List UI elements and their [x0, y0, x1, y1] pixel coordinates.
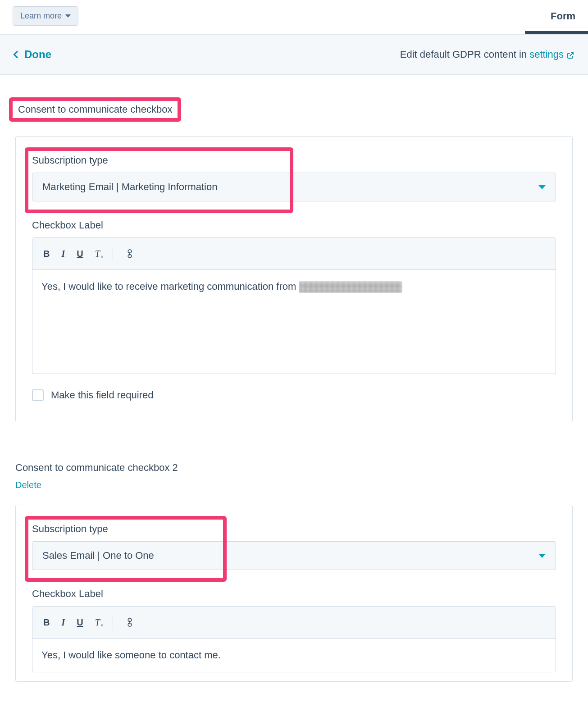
caret-down-icon: [65, 14, 71, 18]
settings-link[interactable]: settings: [529, 49, 574, 60]
clear-format-button[interactable]: T: [95, 618, 100, 627]
learn-more-label: Learn more: [20, 11, 62, 21]
external-link-icon: [566, 50, 574, 59]
form-tab-text: Form: [551, 10, 575, 22]
subscription-type-label-2: Subscription type: [32, 523, 556, 535]
gdpr-prefix: Edit default GDPR content in: [400, 49, 529, 60]
caret-down-icon: [538, 554, 546, 558]
checkbox-label-text-2: Yes, I would like someone to contact me.: [41, 649, 221, 661]
chevron-left-icon: [14, 51, 21, 59]
subheader: Done Edit default GDPR content in settin…: [0, 35, 588, 75]
page-body: Consent to communicate checkbox Subscrip…: [0, 75, 588, 700]
subscription-type-label-1: Subscription type: [32, 155, 556, 166]
link-button[interactable]: [126, 249, 134, 259]
settings-link-label: settings: [529, 49, 564, 60]
section1-title: Consent to communicate checkbox: [18, 104, 172, 115]
italic-button[interactable]: I: [61, 249, 65, 258]
checkbox-label-heading-2: Checkbox Label: [32, 588, 556, 600]
form-tab-underline: [525, 31, 588, 34]
required-label-1: Make this field required: [51, 389, 153, 401]
rte-toolbar-1: B I U T: [32, 238, 556, 270]
done-link[interactable]: Done: [14, 48, 51, 61]
rte-body-2[interactable]: Yes, I would like someone to contact me.: [32, 639, 556, 672]
done-label: Done: [24, 48, 51, 61]
consent-panel-2: Subscription type Sales Email | One to O…: [15, 505, 573, 682]
rich-text-editor-1: B I U T Yes, I would like to receive mar…: [32, 237, 556, 374]
redacted-text: [299, 281, 402, 293]
rte-toolbar-2: B I U T: [32, 607, 556, 639]
toolbar-separator: [113, 246, 113, 261]
link-button[interactable]: [126, 617, 134, 627]
topbar: Learn more Form: [0, 0, 588, 35]
section2-header: Consent to communicate checkbox 2 Delete: [15, 458, 573, 490]
subscription-type-value-2: Sales Email | One to One: [42, 550, 154, 561]
required-checkbox-1[interactable]: [32, 389, 44, 401]
toolbar-separator: [113, 615, 113, 630]
bold-button[interactable]: B: [43, 618, 50, 627]
consent-panel-1: Subscription type Marketing Email | Mark…: [15, 136, 573, 422]
form-tab-label[interactable]: Form: [551, 10, 575, 22]
delete-link[interactable]: Delete: [15, 480, 41, 490]
clear-format-button[interactable]: T: [95, 249, 100, 258]
section2-title: Consent to communicate checkbox 2: [15, 458, 182, 477]
learn-more-button[interactable]: Learn more: [13, 6, 78, 26]
underline-button[interactable]: U: [77, 249, 83, 258]
subscription-type-value-1: Marketing Email | Marketing Information: [42, 181, 217, 193]
bold-button[interactable]: B: [43, 249, 50, 258]
section1-title-highlight: Consent to communicate checkbox: [9, 97, 181, 122]
italic-button[interactable]: I: [61, 618, 65, 627]
gdpr-settings-text: Edit default GDPR content in settings: [400, 49, 574, 60]
subscription-block-2: Subscription type Sales Email | One to O…: [32, 523, 556, 570]
underline-button[interactable]: U: [77, 618, 83, 627]
checkbox-label-heading-1: Checkbox Label: [32, 219, 556, 231]
caret-down-icon: [538, 185, 546, 189]
subscription-type-select-1[interactable]: Marketing Email | Marketing Information: [32, 173, 556, 201]
rich-text-editor-2: B I U T Yes, I would like someone to con…: [32, 606, 556, 672]
subscription-block-1: Subscription type Marketing Email | Mark…: [32, 155, 556, 201]
subscription-type-select-2[interactable]: Sales Email | One to One: [32, 541, 556, 570]
required-checkbox-row-1: Make this field required: [32, 389, 556, 401]
rte-body-1[interactable]: Yes, I would like to receive marketing c…: [32, 270, 556, 374]
checkbox-label-text-1: Yes, I would like to receive marketing c…: [41, 281, 299, 292]
